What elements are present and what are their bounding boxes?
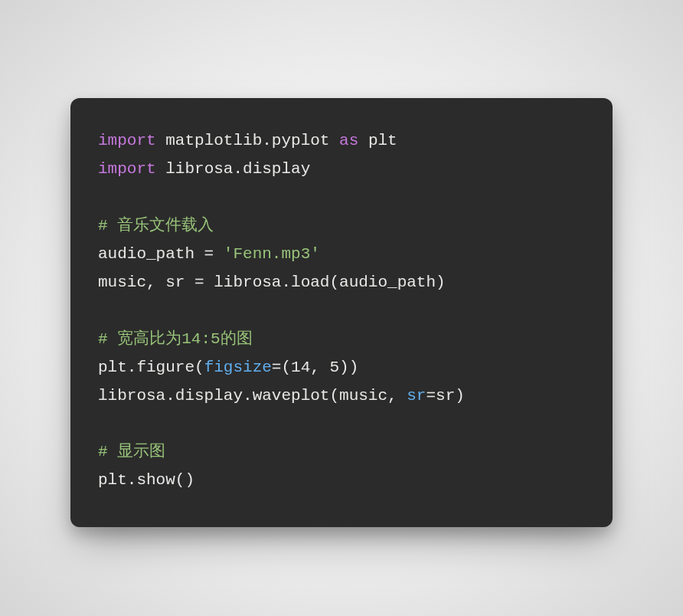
code-line: import librosa.display — [98, 160, 310, 178]
code-token: figsize — [204, 359, 272, 376]
code-token: =(14, 5)) — [272, 359, 358, 376]
code-token: # 显示图 — [98, 443, 165, 460]
code-line: music, sr = librosa.load(audio_path) — [98, 274, 446, 291]
code-block: import matplotlib.pyplot as plt import l… — [98, 127, 585, 495]
code-line: plt.show() — [98, 471, 194, 489]
code-card: import matplotlib.pyplot as plt import l… — [70, 98, 613, 527]
code-token: plt — [358, 132, 397, 149]
code-token: 'Fenn.mp3' — [224, 245, 320, 263]
code-line: import matplotlib.pyplot as plt — [98, 132, 397, 149]
code-token: # 音乐文件载入 — [98, 217, 214, 234]
code-token: librosa.display.waveplot(music, — [98, 387, 407, 405]
code-token: plt.figure( — [98, 359, 204, 376]
code-token: plt.show() — [98, 471, 194, 489]
code-token: audio_path = — [98, 245, 224, 263]
code-line: plt.figure(figsize=(14, 5)) — [98, 359, 358, 376]
code-token: sr — [407, 387, 426, 405]
code-line: librosa.display.waveplot(music, sr=sr) — [98, 387, 465, 405]
code-line: # 显示图 — [98, 443, 165, 460]
code-token: =sr) — [426, 387, 464, 405]
code-token: import — [98, 160, 156, 178]
code-token: music, sr = librosa.load(audio_path) — [98, 274, 446, 291]
code-token: matplotlib.pyplot — [156, 132, 339, 149]
code-line: # 音乐文件载入 — [98, 217, 214, 234]
code-token: as — [339, 132, 358, 149]
code-token: librosa.display — [156, 160, 311, 178]
code-line: audio_path = 'Fenn.mp3' — [98, 245, 320, 263]
code-line: # 宽高比为14:5的图 — [98, 330, 253, 348]
code-token: # 宽高比为14:5的图 — [98, 330, 253, 348]
code-token: import — [98, 132, 156, 149]
